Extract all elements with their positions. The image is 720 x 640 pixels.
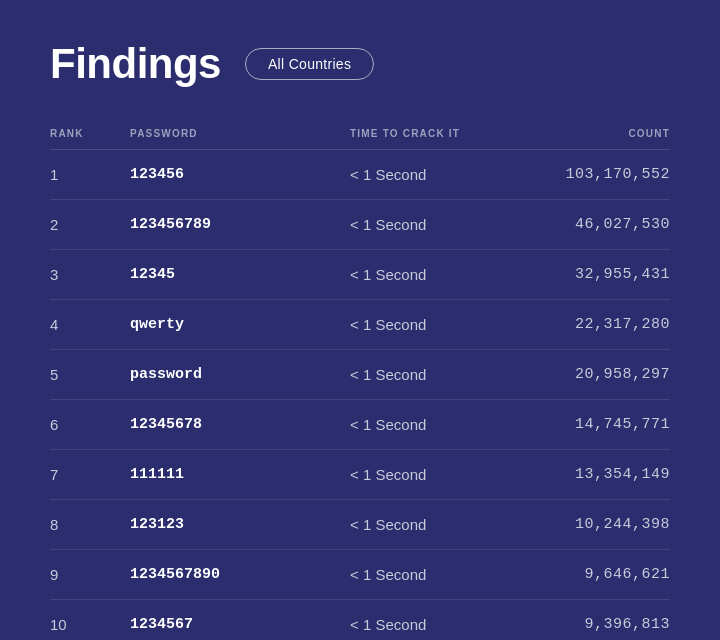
table-row: 9 1234567890 < 1 Second 9,646,621 — [50, 550, 670, 600]
col-header-count: COUNT — [510, 128, 670, 139]
cell-count: 20,958,297 — [510, 366, 670, 383]
cell-password: 123456789 — [130, 216, 350, 233]
cell-rank: 3 — [50, 266, 130, 283]
cell-count: 46,027,530 — [510, 216, 670, 233]
table-row: 1 123456 < 1 Second 103,170,552 — [50, 150, 670, 200]
cell-count: 103,170,552 — [510, 166, 670, 183]
page-container: Findings All Countries RANK PASSWORD TIM… — [0, 0, 720, 640]
cell-time: < 1 Second — [350, 166, 510, 183]
cell-rank: 2 — [50, 216, 130, 233]
cell-rank: 9 — [50, 566, 130, 583]
cell-time: < 1 Second — [350, 566, 510, 583]
cell-rank: 7 — [50, 466, 130, 483]
col-header-rank: RANK — [50, 128, 130, 139]
cell-count: 14,745,771 — [510, 416, 670, 433]
table-row: 8 123123 < 1 Second 10,244,398 — [50, 500, 670, 550]
table-header: RANK PASSWORD TIME TO CRACK IT COUNT — [50, 128, 670, 150]
cell-password: 123123 — [130, 516, 350, 533]
cell-rank: 1 — [50, 166, 130, 183]
cell-count: 10,244,398 — [510, 516, 670, 533]
cell-time: < 1 Second — [350, 366, 510, 383]
cell-count: 32,955,431 — [510, 266, 670, 283]
country-filter-button[interactable]: All Countries — [245, 48, 374, 80]
cell-time: < 1 Second — [350, 466, 510, 483]
cell-time: < 1 Second — [350, 416, 510, 433]
cell-time: < 1 Second — [350, 266, 510, 283]
cell-count: 9,396,813 — [510, 616, 670, 633]
cell-password: 1234567890 — [130, 566, 350, 583]
table-row: 7 111111 < 1 Second 13,354,149 — [50, 450, 670, 500]
col-header-password: PASSWORD — [130, 128, 350, 139]
cell-count: 22,317,280 — [510, 316, 670, 333]
cell-rank: 5 — [50, 366, 130, 383]
cell-count: 13,354,149 — [510, 466, 670, 483]
cell-time: < 1 Second — [350, 516, 510, 533]
cell-password: 12345678 — [130, 416, 350, 433]
header: Findings All Countries — [50, 40, 670, 88]
cell-rank: 8 — [50, 516, 130, 533]
cell-time: < 1 Second — [350, 216, 510, 233]
cell-rank: 10 — [50, 616, 130, 633]
table-row: 3 12345 < 1 Second 32,955,431 — [50, 250, 670, 300]
findings-table: RANK PASSWORD TIME TO CRACK IT COUNT 1 1… — [50, 128, 670, 640]
table-row: 6 12345678 < 1 Second 14,745,771 — [50, 400, 670, 450]
table-row: 10 1234567 < 1 Second 9,396,813 — [50, 600, 670, 640]
cell-password: 111111 — [130, 466, 350, 483]
cell-rank: 6 — [50, 416, 130, 433]
cell-count: 9,646,621 — [510, 566, 670, 583]
table-row: 2 123456789 < 1 Second 46,027,530 — [50, 200, 670, 250]
table-row: 4 qwerty < 1 Second 22,317,280 — [50, 300, 670, 350]
cell-password: password — [130, 366, 350, 383]
table-row: 5 password < 1 Second 20,958,297 — [50, 350, 670, 400]
col-header-time: TIME TO CRACK IT — [350, 128, 510, 139]
cell-password: 123456 — [130, 166, 350, 183]
cell-rank: 4 — [50, 316, 130, 333]
cell-password: 1234567 — [130, 616, 350, 633]
page-title: Findings — [50, 40, 221, 88]
cell-password: 12345 — [130, 266, 350, 283]
table-body: 1 123456 < 1 Second 103,170,552 2 123456… — [50, 150, 670, 640]
cell-password: qwerty — [130, 316, 350, 333]
cell-time: < 1 Second — [350, 316, 510, 333]
cell-time: < 1 Second — [350, 616, 510, 633]
